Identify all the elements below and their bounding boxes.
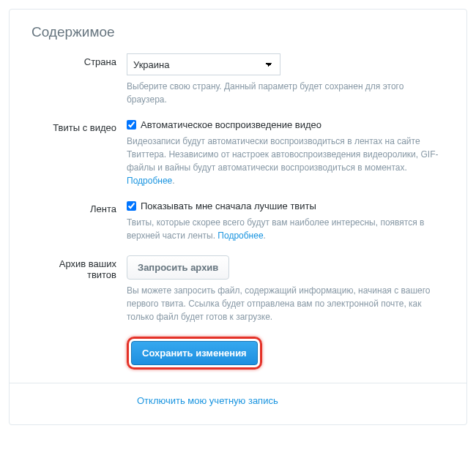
video-autoplay-label[interactable]: Автоматическое воспроизведение видео [127,119,445,130]
video-field: Автоматическое воспроизведение видео Вид… [127,119,445,187]
request-archive-button[interactable]: Запросить архив [127,255,229,280]
timeline-topfirst-checkbox[interactable] [127,201,136,211]
deactivate-row: Отключить мою учетную запись [31,383,445,410]
country-help: Выберите свою страну. Данный параметр бу… [127,80,445,106]
timeline-topfirst-label[interactable]: Показывать мне сначала лучшие твиты [127,200,445,211]
timeline-label: Лента [31,200,127,242]
timeline-more-link[interactable]: Подробнее [217,230,263,241]
video-help: Видеозаписи будут автоматически воспроиз… [127,135,445,187]
video-help-text: Видеозаписи будут автоматически воспроиз… [127,136,438,173]
video-autoplay-text: Автоматическое воспроизведение видео [141,119,321,130]
timeline-help-text: Твиты, которые скорее всего будут вам на… [127,217,424,241]
section-heading: Содержимое [31,24,445,40]
save-field: Сохранить изменения [127,337,445,370]
timeline-field: Показывать мне сначала лучшие твиты Твит… [127,200,445,242]
save-button-highlight: Сохранить изменения [127,337,262,370]
save-button[interactable]: Сохранить изменения [131,341,258,365]
archive-field: Запросить архив Вы можете запросить файл… [127,255,445,323]
video-more-link[interactable]: Подробнее [127,176,172,186]
archive-label: Архив ваших твитов [31,255,127,323]
timeline-row: Лента Показывать мне сначала лучшие твит… [31,200,445,242]
country-select[interactable]: Украина [127,53,280,75]
country-row: Страна Украина Выберите свою страну. Дан… [31,53,445,106]
content-section: Содержимое Страна Украина Выберите свою … [10,10,466,424]
video-label: Твиты с видео [31,119,127,187]
save-spacer [31,337,127,370]
timeline-topfirst-text: Показывать мне сначала лучшие твиты [141,200,316,211]
video-row: Твиты с видео Автоматическое воспроизвед… [31,119,445,187]
archive-row: Архив ваших твитов Запросить архив Вы мо… [31,255,445,323]
settings-card: Содержимое Страна Украина Выберите свою … [9,9,467,425]
video-autoplay-checkbox[interactable] [127,120,136,130]
country-label: Страна [31,53,127,106]
timeline-help: Твиты, которые скорее всего будут вам на… [127,216,445,242]
deactivate-link[interactable]: Отключить мою учетную запись [137,395,278,406]
archive-help: Вы можете запросить файл, содержащий инф… [127,284,445,323]
save-row: Сохранить изменения [31,337,445,370]
country-field: Украина Выберите свою страну. Данный пар… [127,53,445,106]
